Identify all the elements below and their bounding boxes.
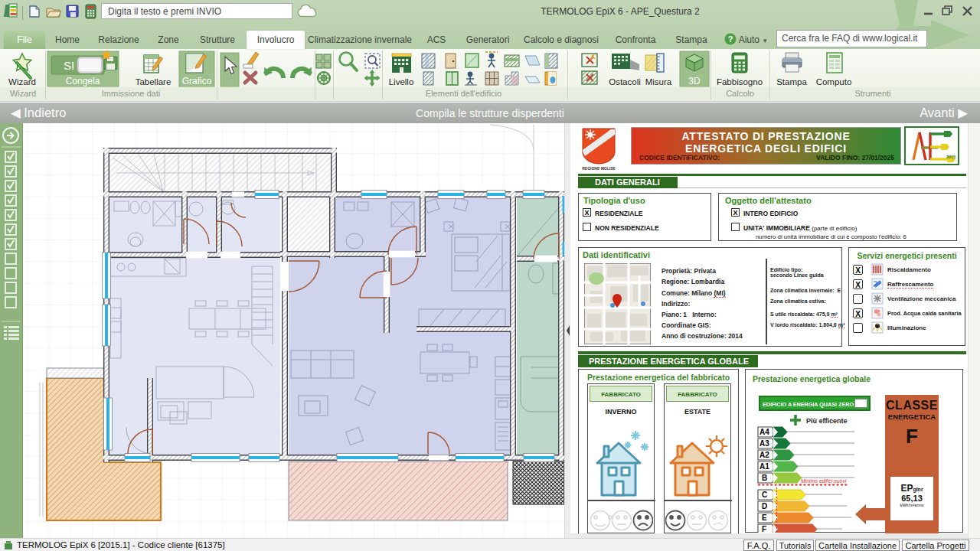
svg-text:SI: SI — [64, 59, 74, 72]
svg-text:A2: A2 — [760, 451, 769, 459]
svg-text:?: ? — [728, 34, 733, 44]
svg-text:2015: 2015 — [946, 155, 956, 159]
svg-text:F: F — [762, 525, 766, 533]
svg-text:E: E — [762, 514, 767, 522]
svg-text:REGIONE MOLISE: REGIONE MOLISE — [582, 166, 616, 171]
svg-text:D: D — [762, 502, 767, 510]
svg-text:Minimo edifici nuovi: Minimo edifici nuovi — [801, 478, 847, 484]
svg-text:B: B — [762, 474, 767, 482]
svg-text:A4: A4 — [760, 428, 769, 436]
svg-text:Più efficente: Più efficente — [806, 417, 848, 425]
svg-text:Grafico: Grafico — [182, 76, 212, 86]
svg-text:A1: A1 — [760, 462, 769, 471]
svg-text:3D: 3D — [688, 76, 701, 86]
svg-text:Congela: Congela — [66, 76, 100, 86]
svg-text:A3: A3 — [760, 439, 769, 448]
svg-text:C: C — [762, 491, 767, 499]
